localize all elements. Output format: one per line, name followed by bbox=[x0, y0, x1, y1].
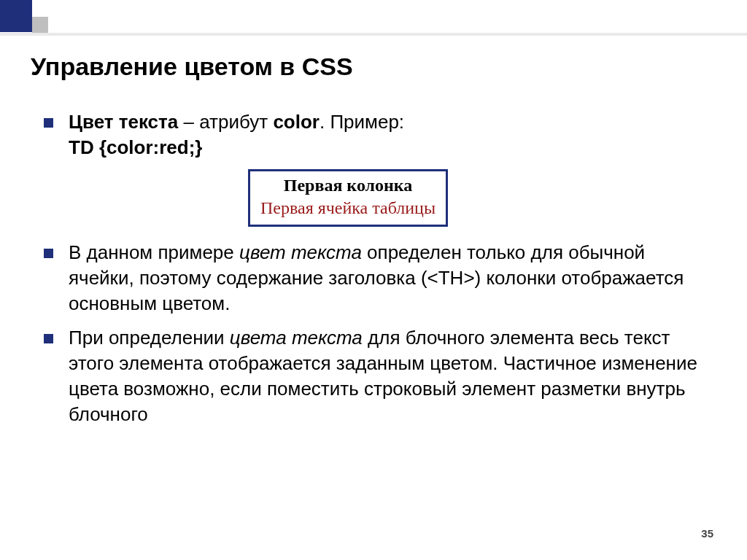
example-box-row: Первая колонка Первая ячейка таблицы bbox=[44, 169, 703, 226]
code-example: TD {color:red;} bbox=[69, 136, 202, 158]
deco-square-light bbox=[32, 17, 48, 33]
table-example: Первая колонка Первая ячейка таблицы bbox=[248, 169, 448, 226]
page-number: 35 bbox=[701, 527, 713, 540]
table-header-cell: Первая колонка bbox=[260, 174, 436, 197]
deco-square-dark bbox=[0, 0, 32, 32]
bullet-item-1: Цвет текста – атрибут color. Пример: TD … bbox=[44, 109, 703, 160]
bullet-item-2: В данном примере цвет текста определен т… bbox=[44, 240, 703, 316]
text-attr: color bbox=[273, 111, 320, 133]
table-data-cell: Первая ячейка таблицы bbox=[260, 197, 436, 219]
slide-title: Управление цветом в CSS bbox=[31, 52, 353, 81]
text-strong: Цвет текста bbox=[69, 111, 178, 133]
bullet-list-cont: В данном примере цвет текста определен т… bbox=[44, 240, 703, 428]
slide: Управление цветом в CSS Цвет текста – ат… bbox=[0, 0, 747, 560]
text: . Пример: bbox=[320, 111, 404, 133]
text: – атрибут bbox=[178, 111, 273, 133]
slide-content: Цвет текста – атрибут color. Пример: TD … bbox=[44, 109, 703, 436]
text: В данном примере bbox=[69, 241, 239, 263]
bullet-item-3: При определении цвета текста для блочног… bbox=[44, 325, 703, 427]
bullet-list: Цвет текста – атрибут color. Пример: TD … bbox=[44, 109, 703, 160]
text-emph: цвета текста bbox=[230, 327, 363, 349]
deco-band bbox=[0, 33, 747, 36]
text: При определении bbox=[69, 327, 230, 349]
text-emph: цвет текста bbox=[239, 241, 362, 263]
